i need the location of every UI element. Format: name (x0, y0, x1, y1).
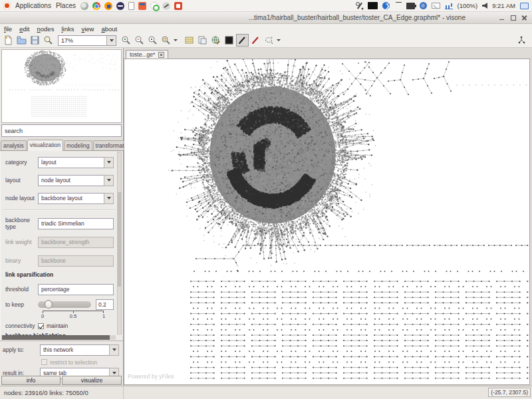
window-titlebar[interactable]: ...tima1/hairball_buster/hairball_buster… (0, 12, 532, 24)
layout-label: layout (5, 177, 38, 184)
distro-logo-icon[interactable] (3, 2, 11, 9)
label-options-icon[interactable] (183, 34, 196, 47)
cursor-coordinates: (-25.7, 2307.5) (488, 388, 531, 397)
find-icon[interactable] (42, 34, 55, 47)
maintain-checkbox[interactable] (38, 323, 44, 329)
tab-modeling[interactable]: modeling (64, 140, 92, 150)
to-keep-slider[interactable] (38, 301, 91, 308)
node-layout-select[interactable]: backbone layout (38, 193, 114, 204)
overview-canvas[interactable] (2, 50, 122, 122)
zoom-actual-icon[interactable] (146, 34, 159, 47)
tab-visualization[interactable]: visualization (27, 140, 63, 151)
menu-edit[interactable]: edit (19, 25, 29, 33)
minimize-button[interactable] (498, 14, 505, 21)
window-controls (498, 14, 528, 21)
firefox-icon[interactable] (104, 2, 112, 10)
applications-menu[interactable]: Applications (15, 2, 51, 9)
text-editor-icon[interactable] (128, 2, 134, 10)
menu-links[interactable]: links (61, 25, 74, 33)
dropdown-arrow-icon[interactable] (104, 193, 114, 204)
swirl-app-icon[interactable] (80, 2, 88, 10)
network-signal-icon[interactable] (394, 2, 402, 9)
separator (3, 209, 115, 211)
save-icon[interactable] (29, 34, 41, 47)
options-horizontal-scrollbar[interactable] (1, 335, 116, 340)
document-tab-label: toste...ge* (130, 51, 155, 58)
network-collection-icon[interactable] (515, 34, 528, 47)
apply-to-value: this network (43, 346, 73, 353)
lasso-select-icon[interactable] (263, 34, 275, 47)
zoom-in-icon[interactable] (120, 34, 132, 47)
layout-value: node layout (41, 177, 70, 184)
zoom-out-icon[interactable] (133, 34, 146, 47)
percent-indicator-icon[interactable] (356, 2, 363, 9)
info-button[interactable]: info (1, 376, 61, 385)
graph-canvas[interactable] (124, 59, 530, 385)
category-label: category (5, 159, 38, 166)
document-tab[interactable]: toste...ge* (126, 50, 168, 59)
color-swatch-icon[interactable] (223, 34, 235, 47)
apply-to-select[interactable]: this network (40, 344, 119, 356)
connectivity-label: connectivity (5, 323, 38, 329)
dropdown-arrow-icon[interactable] (104, 175, 114, 186)
sidebar: analysis visualization modeling transfor… (0, 48, 124, 386)
new-file-icon[interactable] (2, 34, 15, 47)
visualize-button[interactable]: visualize (62, 376, 122, 385)
options-vertical-scrollbar[interactable] (117, 152, 122, 334)
open-file-icon[interactable] (15, 34, 28, 47)
threshold-input[interactable] (38, 284, 114, 295)
to-keep-value[interactable]: 0.2 (96, 299, 114, 310)
close-button[interactable] (521, 14, 528, 21)
battery-icon[interactable] (406, 3, 415, 9)
clock-label: 9:21 AM (492, 2, 515, 9)
search-input[interactable] (1, 124, 122, 137)
web-edit-icon[interactable] (209, 34, 222, 47)
apply-to-label: apply to: (3, 346, 40, 353)
layout-select[interactable]: node layout (38, 175, 114, 186)
menu-file[interactable]: file (4, 25, 12, 33)
launcher-icons (80, 2, 182, 10)
visualization-options-panel: category layout layout node layout node … (0, 151, 123, 340)
system-tray: 0 (100%) 9:21 AM (356, 2, 529, 9)
backbone-type-input[interactable] (38, 218, 114, 229)
office-app-icon[interactable] (138, 2, 146, 10)
copy-attributes-icon[interactable] (196, 34, 209, 47)
graph-canvas-frame: Powered by yFiles (124, 59, 530, 385)
category-select[interactable]: layout (38, 157, 114, 168)
dropdown-arrow-icon[interactable] (109, 344, 119, 356)
menu-about[interactable]: about (101, 25, 117, 33)
link-weight-label: link weight (5, 239, 38, 245)
volume-icon[interactable] (482, 3, 487, 9)
keyboard-indicator-icon[interactable] (368, 2, 378, 9)
mail-icon[interactable] (432, 3, 440, 9)
maximize-button[interactable] (509, 14, 517, 21)
link-weight-input (38, 237, 114, 248)
pen-app-icon[interactable] (162, 2, 170, 10)
select-tools-arrow-icon[interactable] (276, 39, 281, 41)
overview-minimap[interactable] (1, 49, 122, 123)
menu-view[interactable]: view (81, 25, 94, 33)
display-icon[interactable] (520, 3, 529, 9)
system-monitor-icon[interactable] (445, 2, 453, 9)
dropdown-arrow-icon[interactable] (104, 157, 114, 168)
statusbar: nodes: 23916/0 links: 75050/0 (-25.7, 23… (0, 386, 532, 399)
zoom-fit-icon[interactable] (160, 34, 172, 47)
zoom-combo-arrow-icon[interactable] (106, 36, 116, 45)
pen-tool-icon[interactable] (236, 34, 249, 47)
zoom-level-combo[interactable]: 17% (58, 35, 116, 46)
binary-input (38, 255, 114, 267)
main-area: analysis visualization modeling transfor… (0, 48, 532, 386)
slider-knob[interactable] (45, 300, 53, 309)
tab-analysis[interactable]: analysis (1, 140, 27, 150)
menu-nodes[interactable]: nodes (37, 25, 55, 33)
red-pen-tool-icon[interactable] (249, 34, 262, 47)
privacy-browser-icon[interactable] (116, 2, 124, 10)
places-menu[interactable]: Places (56, 2, 76, 9)
qgis-icon[interactable] (150, 2, 158, 10)
chrome-icon[interactable] (92, 2, 100, 10)
zoom-tools-arrow-icon[interactable] (173, 39, 178, 41)
red-app-icon[interactable] (174, 2, 182, 10)
notification-badge[interactable]: 0 (420, 2, 427, 9)
bluetooth-icon[interactable] (382, 2, 390, 9)
tab-close-icon[interactable] (158, 52, 164, 58)
